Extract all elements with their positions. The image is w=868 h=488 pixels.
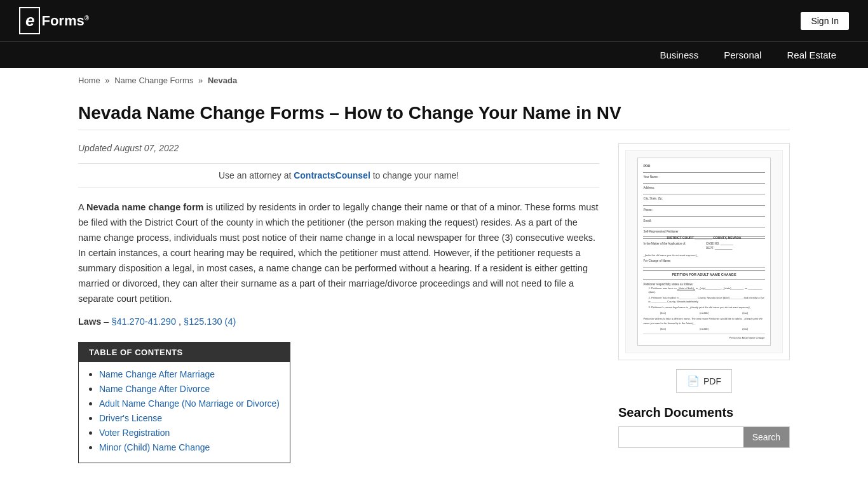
- toc-item-3: Adult Name Change (No Marriage or Divorc…: [99, 398, 280, 409]
- toc-list: Name Change After Marriage Name Change A…: [79, 362, 290, 463]
- breadcrumb-sep2: »: [198, 76, 205, 85]
- contracts-counsel-link[interactable]: ContractsCounsel: [294, 170, 370, 180]
- toc-link-name-change-after-marriage[interactable]: Name Change After Marriage: [99, 369, 215, 379]
- toc-link-name-change-after-divorce[interactable]: Name Change After Divorce: [99, 384, 210, 394]
- breadcrumb-home-link[interactable]: Home: [78, 76, 100, 85]
- search-documents-title: Search Documents: [618, 405, 790, 420]
- form-preview: PRO Your Name: Address: City, State, Zip…: [618, 143, 790, 360]
- toc-link-drivers-license[interactable]: Driver's License: [99, 413, 162, 423]
- form-preview-image: PRO Your Name: Address: City, State, Zip…: [625, 150, 783, 353]
- toc-item-4: Driver's License: [99, 412, 280, 423]
- body-paragraph: A Nevada name change form is utilized by…: [78, 200, 599, 306]
- updated-date: Updated August 07, 2022: [78, 143, 599, 153]
- pdf-label: PDF: [703, 376, 721, 386]
- toc-item-1: Name Change After Marriage: [99, 369, 280, 379]
- toc-link-voter-registration[interactable]: Voter Registration: [99, 428, 170, 438]
- search-button[interactable]: Search: [743, 427, 789, 447]
- toc-item-6: Minor (Child) Name Change: [99, 442, 280, 452]
- law-link-1[interactable]: §41.270-41.290: [111, 316, 176, 327]
- main-container: Home » Name Change Forms » Nevada Nevada…: [59, 68, 809, 476]
- breadcrumb-sep1: »: [105, 76, 112, 85]
- sign-in-button[interactable]: Sign In: [801, 12, 849, 30]
- search-input[interactable]: [619, 427, 743, 447]
- toc-item-5: Voter Registration: [99, 427, 280, 438]
- nav-item-personal[interactable]: Personal: [711, 42, 774, 68]
- toc-item-2: Name Change After Divorce: [99, 383, 280, 394]
- attorney-banner: Use an attorney at ContractsCounsel to c…: [78, 163, 599, 187]
- pdf-icon: 📄: [687, 375, 700, 387]
- pdf-button[interactable]: 📄 PDF: [676, 369, 732, 393]
- toc-header: TABLE OF CONTENTS: [79, 342, 290, 362]
- site-header: e Forms® Sign In: [0, 0, 868, 41]
- sidebar: PRO Your Name: Address: City, State, Zip…: [618, 143, 790, 448]
- law-link-2[interactable]: §125.130 (4): [184, 316, 236, 327]
- toc-link-minor-name-change[interactable]: Minor (Child) Name Change: [99, 442, 210, 452]
- breadcrumb-current: Nevada: [208, 76, 237, 85]
- nav-item-business[interactable]: Business: [647, 42, 711, 68]
- mini-form-doc: PRO Your Name: Address: City, State, Zip…: [637, 158, 770, 346]
- main-content: Updated August 07, 2022 Use an attorney …: [78, 143, 599, 476]
- logo[interactable]: e Forms®: [19, 7, 89, 34]
- main-nav: Business Personal Real Estate: [0, 41, 868, 68]
- breadcrumb: Home » Name Change Forms » Nevada: [78, 68, 790, 93]
- toc-link-adult-name-change[interactable]: Adult Name Change (No Marriage or Divorc…: [99, 398, 280, 409]
- page-title: Nevada Name Change Forms – How to Change…: [78, 93, 790, 130]
- table-of-contents: TABLE OF CONTENTS Name Change After Marr…: [78, 342, 290, 463]
- breadcrumb-name-change-link[interactable]: Name Change Forms: [114, 76, 193, 85]
- nav-item-real-estate[interactable]: Real Estate: [774, 42, 849, 68]
- logo-text: Forms®: [41, 13, 89, 29]
- laws-line: Laws – §41.270-41.290 , §125.130 (4): [78, 316, 599, 327]
- logo-e-letter: e: [25, 11, 34, 30]
- search-box: Search: [618, 426, 790, 448]
- logo-box: e: [19, 7, 40, 34]
- content-layout: Updated August 07, 2022 Use an attorney …: [78, 143, 790, 476]
